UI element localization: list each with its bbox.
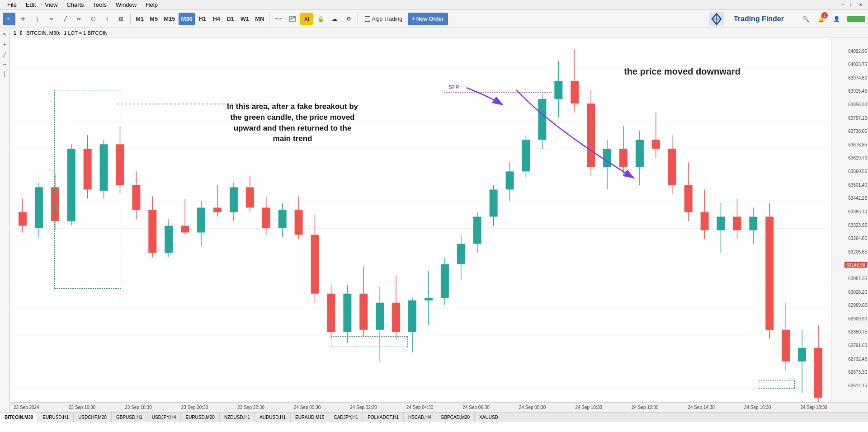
text-tool[interactable]: T (101, 13, 113, 25)
chart-area[interactable]: In this area, after a fake breakout by t… (10, 38, 831, 402)
close-button[interactable]: ✕ (857, 1, 864, 9)
line-studies-btn[interactable]: 〰 (272, 13, 285, 25)
price-label: 63678.85 (848, 142, 867, 147)
price-label: 63383.10 (848, 209, 867, 214)
price-label: 63856.30 (848, 102, 867, 107)
tab-usdjpy-h4[interactable]: USDJPY,H4 (147, 413, 181, 423)
tf-m15[interactable]: M15 (161, 13, 177, 25)
price-label: 63738.00 (848, 129, 867, 134)
tab-hscad-h4[interactable]: HSCAD,H4 (404, 413, 436, 423)
logo-text: Trading Finder (728, 15, 789, 23)
separator-2 (269, 14, 269, 24)
chart-lot-info: 1 LOT = 1 BITCOIN (64, 30, 108, 36)
cursor-tool[interactable]: ↖ (3, 13, 15, 25)
lock-btn[interactable]: 🔒 (314, 13, 327, 25)
price-axis: 64092.9064033.7563974.6063915.4563856.30… (831, 38, 868, 402)
tab-nzdusd-h1[interactable]: NZDUSD,H1 (220, 413, 255, 423)
time-axis-bar: 23 Sep 202423 Sep 16:3023 Sep 18:3023 Se… (10, 402, 868, 412)
chart-num: 1 (14, 30, 16, 36)
tab-eurusd-m20[interactable]: EURUSD,M20 (181, 413, 219, 423)
candlestick-chart (10, 38, 831, 402)
menu-charts[interactable]: Charts (63, 1, 87, 9)
tab-audusd-h1[interactable]: AUDUSD,H1 (255, 413, 291, 423)
tab-gbpusd-h1[interactable]: GBPUSD,H1 (112, 413, 147, 423)
price-label: 63087.35 (848, 276, 867, 281)
new-order-btn[interactable]: + New Order (408, 13, 448, 25)
price-label: 62850.75 (848, 329, 867, 334)
tf-h1[interactable]: H1 (196, 13, 209, 25)
menu-file[interactable]: File (4, 1, 20, 9)
price-label: 63442.25 (848, 196, 867, 201)
draw-tool[interactable]: ✏ (73, 13, 85, 25)
menu-bar: File Edit View Charts Tools Window Help … (0, 0, 868, 10)
tf-w1[interactable]: W1 (238, 13, 252, 25)
tab-gbpcad-m20[interactable]: GBPCAD,M20 (436, 413, 475, 423)
vertical-line-tool[interactable]: | (31, 13, 43, 25)
right-toolbar-logo: Trading Finder 🔍 🔔 1 👤 (699, 11, 865, 27)
time-axis: 23 Sep 202423 Sep 16:3023 Sep 18:3023 Se… (10, 405, 831, 410)
tab-polkadot-h1[interactable]: POLKADOT,H1 (363, 413, 404, 423)
indicators-btn[interactable] (286, 13, 299, 25)
menu-window[interactable]: Window (112, 1, 140, 9)
lt-cursor[interactable]: ↖ (0, 30, 9, 39)
status-indicator (847, 16, 865, 22)
price-label: 62732.45 (848, 356, 867, 361)
menu-edit[interactable]: Edit (22, 1, 39, 9)
price-label: 63797.15 (848, 115, 867, 120)
tf-m5[interactable]: M5 (147, 13, 160, 25)
tab-usdchf-m20[interactable]: USDCHF,M20 (74, 413, 112, 423)
horizontal-line-tool[interactable]: ━ (45, 13, 57, 25)
tf-h4[interactable]: H4 (210, 13, 223, 25)
shapes-tool[interactable]: ⬡ (87, 13, 99, 25)
tf-mn[interactable]: MN (253, 13, 266, 25)
menu-tools[interactable]: Tools (90, 1, 110, 9)
price-label: 63974.60 (848, 75, 867, 80)
tab-xauusd[interactable]: XAUUSD (475, 413, 503, 423)
lt-crosshair[interactable]: + (0, 40, 9, 49)
user-btn[interactable]: 👤 (830, 13, 843, 25)
lt-hline[interactable]: ─ (0, 60, 9, 69)
price-label: 62614.15 (848, 383, 867, 388)
price-label: 63146.50 (844, 262, 867, 268)
toolbar: ↖ ✛ | ━ ╱ ✏ ⬡ T ⊞ M1 M5 M15 M30 H1 H4 D1… (0, 10, 868, 28)
tab-euraud-m15[interactable]: EURAUD,M15 (291, 413, 329, 423)
algo-indicator-btn[interactable]: AI (300, 13, 313, 25)
tf-m1[interactable]: M1 (133, 13, 146, 25)
price-label: 63915.45 (848, 89, 867, 94)
price-label: 62673.30 (848, 370, 867, 375)
minimize-button[interactable]: ─ (839, 1, 846, 9)
menu-help[interactable]: Help (142, 1, 161, 9)
chart-icon: ₿ (20, 30, 23, 36)
price-label: 62909.90 (848, 316, 867, 321)
price-label: 63028.20 (848, 289, 867, 294)
gear-btn[interactable]: ⚙ (342, 13, 355, 25)
lt-line[interactable]: ╱ (0, 50, 9, 59)
price-label: 63619.70 (848, 155, 867, 160)
tf-m30[interactable]: M30 (179, 13, 194, 25)
maximize-button[interactable]: □ (848, 1, 855, 9)
price-label: 63205.65 (848, 249, 867, 254)
algo-trading-btn[interactable]: Algo Trading (361, 13, 406, 25)
price-label: 62791.60 (848, 343, 867, 348)
menu-view[interactable]: View (41, 1, 61, 9)
price-label: 63323.95 (848, 222, 867, 227)
tab-bitcoin-m30[interactable]: BITCOIN,M30 (0, 413, 38, 423)
trend-line-tool[interactable]: ╱ (59, 13, 71, 25)
price-label: 63501.40 (848, 182, 867, 187)
bottom-tabs: BITCOIN,M30EURUSD,H1USDCHF,M20GBPUSD,H1U… (0, 412, 868, 422)
search-btn[interactable]: 🔍 (799, 13, 812, 25)
logo-icon (708, 11, 725, 27)
price-label: 64033.75 (848, 62, 867, 67)
tf-d1[interactable]: D1 (224, 13, 237, 25)
price-label: 63560.55 (848, 169, 867, 174)
cloud-btn[interactable]: ☁ (328, 13, 341, 25)
lt-vline[interactable]: │ (0, 70, 9, 79)
chart-info-bar: 1 ₿ BITCOIN, M30: 1 LOT = 1 BITCOIN (10, 28, 868, 38)
window-controls: ─ □ ✕ (839, 1, 864, 9)
separator-1 (130, 14, 131, 24)
tab-eurusd-h1[interactable]: EURUSD,H1 (38, 413, 74, 423)
notification-btn[interactable]: 🔔 1 (815, 13, 827, 25)
fibonacci-tool[interactable]: ⊞ (115, 13, 127, 25)
crosshair-tool[interactable]: ✛ (17, 13, 29, 25)
tab-cadjpy-h1[interactable]: CADJPY,H1 (329, 413, 363, 423)
